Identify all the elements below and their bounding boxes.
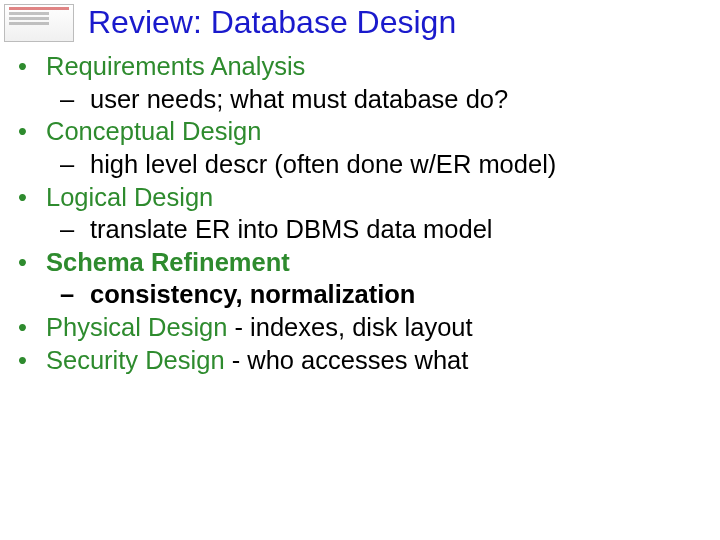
dash-icon: – bbox=[60, 148, 90, 181]
bullet-dot-icon: • bbox=[18, 311, 46, 344]
bullet-requirements-analysis: • Requirements Analysis bbox=[18, 50, 702, 83]
slide-thumbnail bbox=[4, 4, 74, 42]
bullet-tail: - who accesses what bbox=[225, 346, 469, 374]
bullet-label: Physical Design bbox=[46, 313, 227, 341]
dash-icon: – bbox=[60, 213, 90, 246]
bullet-security-design: • Security Design - who accesses what bbox=[18, 344, 702, 377]
subbullet: – user needs; what must database do? bbox=[18, 83, 702, 116]
bullet-label: Conceptual Design bbox=[46, 117, 261, 145]
bullet-label: Logical Design bbox=[46, 183, 213, 211]
slide-title: Review: Database Design bbox=[88, 4, 456, 41]
slide: Review: Database Design • Requirements A… bbox=[0, 0, 720, 540]
dash-icon: – bbox=[60, 83, 90, 116]
subbullet: – consistency, normalization bbox=[18, 278, 702, 311]
bullet-dot-icon: • bbox=[18, 181, 46, 214]
subbullet: – high level descr (often done w/ER mode… bbox=[18, 148, 702, 181]
bullet-tail: - indexes, disk layout bbox=[227, 313, 472, 341]
subbullet-text: user needs; what must database do? bbox=[90, 83, 508, 116]
bullet-label: Requirements Analysis bbox=[46, 52, 305, 80]
subbullet-text: translate ER into DBMS data model bbox=[90, 213, 493, 246]
bullet-logical-design: • Logical Design bbox=[18, 181, 702, 214]
bullet-physical-design: • Physical Design - indexes, disk layout bbox=[18, 311, 702, 344]
bullet-dot-icon: • bbox=[18, 115, 46, 148]
subbullet: – translate ER into DBMS data model bbox=[18, 213, 702, 246]
slide-body: • Requirements Analysis – user needs; wh… bbox=[18, 50, 702, 376]
subbullet-text: consistency, normalization bbox=[90, 278, 415, 311]
bullet-dot-icon: • bbox=[18, 246, 46, 279]
bullet-label: Schema Refinement bbox=[46, 248, 290, 276]
bullet-label: Security Design bbox=[46, 346, 225, 374]
bullet-conceptual-design: • Conceptual Design bbox=[18, 115, 702, 148]
bullet-dot-icon: • bbox=[18, 344, 46, 377]
bullet-dot-icon: • bbox=[18, 50, 46, 83]
subbullet-text: high level descr (often done w/ER model) bbox=[90, 148, 556, 181]
dash-icon: – bbox=[60, 278, 90, 311]
bullet-schema-refinement: • Schema Refinement bbox=[18, 246, 702, 279]
